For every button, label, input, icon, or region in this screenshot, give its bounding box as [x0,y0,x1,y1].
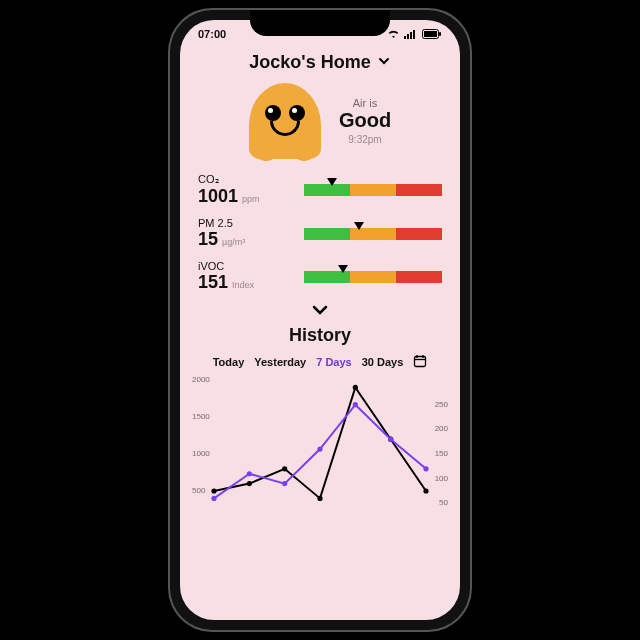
signal-icon [404,29,418,39]
metric-marker-icon [338,265,348,273]
history-tab[interactable]: Today [213,356,245,368]
history-tab[interactable]: 30 Days [362,356,404,368]
notch [250,10,390,36]
svg-point-14 [317,496,322,501]
svg-rect-2 [410,32,412,39]
location-title: Jocko's Home [249,52,370,73]
svg-rect-5 [424,31,437,37]
mascot-icon [249,83,321,159]
svg-point-12 [247,481,252,486]
svg-rect-6 [439,32,441,36]
metric-row[interactable]: CO₂1001ppm [198,173,442,207]
metrics-list: CO₂1001ppmPM 2.515µg/m³iVOC151Index [198,173,442,293]
history-tab[interactable]: Yesterday [254,356,306,368]
chart-left-tick: 1000 [192,449,210,458]
chart-right-tick: 100 [435,474,448,483]
metric-name: CO₂ [198,173,294,186]
location-selector[interactable]: Jocko's Home [180,52,460,73]
metric-unit: Index [232,280,254,290]
svg-rect-3 [413,30,415,39]
metric-unit: µg/m³ [222,237,245,247]
metric-value: 151 [198,272,228,293]
battery-icon [422,29,442,39]
metric-bar [304,271,442,283]
metric-marker-icon [327,178,337,186]
history-chart[interactable]: 50010001500200050100150200250 [190,374,450,534]
metric-info: CO₂1001ppm [198,173,294,207]
status-indicators [387,29,442,39]
svg-point-21 [317,446,322,451]
svg-point-20 [282,481,287,486]
metric-unit: ppm [242,194,260,204]
air-label: Air is [339,97,391,109]
chart-left-tick: 1500 [192,412,210,421]
chart-right-tick: 200 [435,424,448,433]
metric-bar [304,228,442,240]
calendar-icon[interactable] [413,354,427,370]
history-title: History [180,325,460,346]
svg-point-23 [388,437,393,442]
svg-rect-7 [415,357,426,367]
metric-info: PM 2.515µg/m³ [198,217,294,250]
svg-point-18 [211,496,216,501]
svg-point-22 [353,402,358,407]
metric-value: 1001 [198,186,238,207]
metric-row[interactable]: iVOC151Index [198,260,442,293]
app-screen: 07:00 Jocko's Home [180,20,460,620]
chart-right-tick: 250 [435,400,448,409]
svg-rect-1 [407,34,409,39]
hero: Air is Good 9:32pm [180,83,460,159]
metric-value: 15 [198,229,218,250]
metric-name: PM 2.5 [198,217,294,229]
svg-point-15 [353,385,358,390]
metric-name: iVOC [198,260,294,272]
air-time: 9:32pm [339,134,391,145]
wifi-icon [387,29,400,39]
metric-info: iVOC151Index [198,260,294,293]
chart-right-tick: 150 [435,449,448,458]
svg-point-24 [423,466,428,471]
status-time: 07:00 [198,28,226,40]
expand-button[interactable] [180,303,460,317]
chart-left-tick: 500 [192,486,205,495]
history-tabs: TodayYesterday7 Days30 Days [180,354,460,370]
history-tab[interactable]: 7 Days [316,356,351,368]
svg-point-17 [423,488,428,493]
air-status: Good [339,109,391,132]
metric-bar [304,184,442,196]
svg-point-13 [282,466,287,471]
svg-rect-0 [404,36,406,39]
air-summary: Air is Good 9:32pm [339,97,391,145]
metric-marker-icon [354,222,364,230]
chart-left-tick: 2000 [192,375,210,384]
svg-point-19 [247,471,252,476]
phone-frame: 07:00 Jocko's Home [170,10,470,630]
svg-point-11 [211,488,216,493]
metric-row[interactable]: PM 2.515µg/m³ [198,217,442,250]
chart-right-tick: 50 [439,498,448,507]
chevron-down-icon [377,54,391,72]
